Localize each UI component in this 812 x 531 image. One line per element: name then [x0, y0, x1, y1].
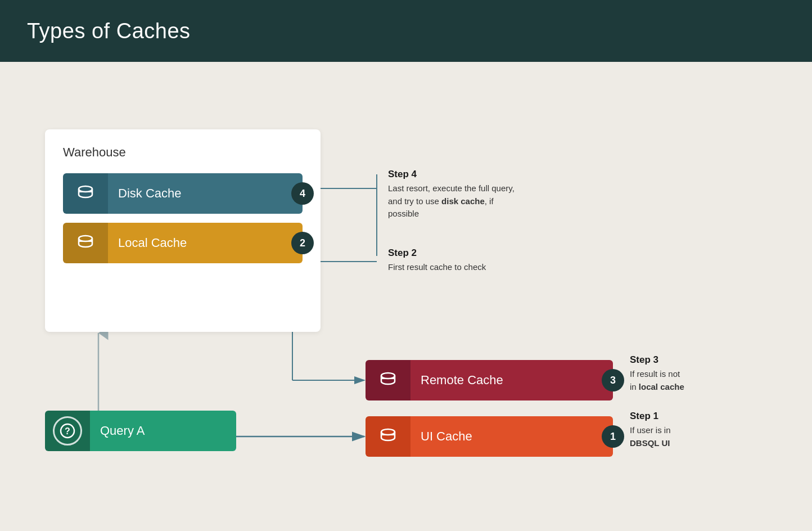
- remote-cache-bar: Remote Cache 3: [366, 360, 613, 400]
- disk-cache-icon: [75, 183, 96, 204]
- header: Types of Caches: [0, 0, 812, 62]
- page-title: Types of Caches: [27, 19, 191, 43]
- step2-desc: First result cache to check: [388, 261, 486, 274]
- remote-cache-step-badge: 3: [602, 369, 624, 392]
- step2-info: Step 2 First result cache to check: [388, 248, 486, 274]
- step4-info: Step 4 Last resort, execute the full que…: [388, 169, 523, 220]
- step1-desc: If user is inDBSQL UI: [630, 424, 671, 449]
- disk-cache-label-area: Disk Cache: [108, 173, 303, 214]
- local-cache-icon: [75, 233, 96, 253]
- query-a-bar: ? Query A: [45, 411, 236, 451]
- step1-info: Step 1 If user is inDBSQL UI: [630, 411, 671, 449]
- disk-cache-step-badge: 4: [291, 182, 314, 205]
- ui-cache-icon-area: [366, 416, 410, 457]
- ui-cache-step-badge: 1: [602, 425, 624, 448]
- disk-cache-bar: Disk Cache 4: [63, 173, 303, 214]
- local-cache-label-area: Local Cache: [108, 223, 303, 263]
- svg-point-11: [79, 236, 92, 241]
- query-a-container: ? Query A: [45, 411, 236, 451]
- query-a-icon-area: ?: [45, 411, 90, 451]
- disk-cache-icon-area: [63, 173, 108, 214]
- step3-title: Step 3: [630, 354, 684, 366]
- query-a-label: Query A: [100, 424, 145, 438]
- warehouse-box: Warehouse Disk Cache 4: [45, 129, 321, 332]
- step1-title: Step 1: [630, 411, 671, 422]
- ui-cache-label-area: UI Cache: [410, 416, 613, 457]
- ui-cache-label: UI Cache: [421, 429, 472, 444]
- ui-cache-bar: UI Cache 1: [366, 416, 613, 457]
- ui-cache-container: UI Cache 1: [366, 416, 613, 457]
- svg-text:?: ?: [65, 426, 70, 436]
- ui-cache-icon: [378, 426, 398, 447]
- step3-desc: If result is notin local cache: [630, 368, 684, 393]
- page-container: Types of Caches: [0, 0, 812, 531]
- svg-point-15: [381, 429, 395, 435]
- remote-cache-label-area: Remote Cache: [410, 360, 613, 400]
- local-cache-bar: Local Cache 2: [63, 223, 303, 263]
- question-mark-icon: ?: [60, 423, 75, 439]
- local-cache-step-badge: 2: [291, 232, 314, 254]
- step3-info: Step 3 If result is notin local cache: [630, 354, 684, 393]
- query-icon-circle: ?: [53, 416, 82, 446]
- main-content: Warehouse Disk Cache 4: [0, 62, 812, 531]
- step2-title: Step 2: [388, 248, 486, 259]
- query-a-label-area: Query A: [90, 411, 236, 451]
- local-cache-icon-area: [63, 223, 108, 263]
- remote-cache-icon-area: [366, 360, 410, 400]
- step4-title: Step 4: [388, 169, 523, 180]
- disk-cache-label: Disk Cache: [118, 186, 181, 201]
- remote-cache-container: Remote Cache 3: [366, 360, 613, 400]
- warehouse-label: Warehouse: [63, 145, 303, 160]
- svg-point-13: [381, 373, 395, 379]
- step4-desc: Last resort, execute the full query, and…: [388, 182, 523, 220]
- remote-cache-icon: [378, 370, 398, 390]
- remote-cache-label: Remote Cache: [421, 373, 503, 388]
- local-cache-label: Local Cache: [118, 236, 187, 250]
- svg-point-9: [79, 186, 92, 192]
